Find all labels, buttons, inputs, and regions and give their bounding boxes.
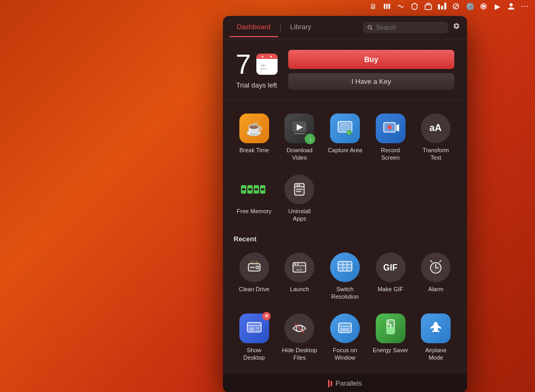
recent-airplane-mode-label: Airplane Mode bbox=[417, 346, 454, 362]
menubar-person-icon[interactable] bbox=[505, 1, 517, 12]
recent-make-gif[interactable]: GIF Make GIF bbox=[370, 248, 411, 305]
app-record-screen[interactable]: Record Screen bbox=[370, 109, 411, 166]
trial-days-number: 7 bbox=[236, 50, 251, 78]
app-free-memory[interactable]: Free Memory bbox=[234, 170, 275, 227]
search-input[interactable] bbox=[376, 24, 444, 31]
menubar-play-icon[interactable]: ▶ bbox=[491, 1, 503, 12]
svg-rect-34 bbox=[248, 188, 252, 190]
svg-rect-5 bbox=[441, 6, 443, 10]
svg-point-48 bbox=[295, 264, 296, 265]
menubar: 🖥 ⚙️ bbox=[367, 0, 535, 13]
parallels-brand: Parallels bbox=[328, 379, 362, 387]
recent-switch-resolution-label: Switch Resolution bbox=[326, 285, 364, 301]
app-uninstall-apps-label: Uninstall Apps bbox=[281, 207, 318, 223]
capture-area-icon: + bbox=[330, 114, 360, 143]
svg-point-10 bbox=[482, 5, 485, 7]
recent-energy-saver[interactable]: Energy Saver bbox=[370, 309, 411, 366]
svg-rect-36 bbox=[261, 188, 264, 190]
menubar-antivirus-icon[interactable] bbox=[409, 1, 420, 12]
calendar-icon: S M T W T F S bbox=[256, 54, 278, 75]
airplane-mode-icon bbox=[421, 313, 451, 343]
launch-icon: </> bbox=[284, 252, 314, 282]
svg-text:S: S bbox=[261, 71, 262, 72]
recent-focus-on-window[interactable]: Focus on Window bbox=[324, 309, 366, 366]
svg-marker-26 bbox=[396, 124, 399, 132]
svg-line-13 bbox=[371, 28, 373, 30]
svg-rect-65 bbox=[255, 327, 260, 329]
buy-button[interactable]: Buy bbox=[288, 50, 454, 69]
menubar-box-icon[interactable] bbox=[422, 1, 434, 12]
trial-number-row: 7 S M T W T F S bbox=[236, 50, 278, 78]
uninstall-apps-icon bbox=[284, 175, 314, 204]
recent-title: Recent bbox=[234, 235, 456, 243]
menubar-gear-icon[interactable]: ⚙️ bbox=[464, 1, 476, 12]
search-icon bbox=[367, 24, 373, 31]
tab-library[interactable]: Library bbox=[283, 18, 319, 37]
menubar-parallels-icon[interactable] bbox=[381, 1, 393, 12]
panel-footer: Parallels bbox=[223, 374, 467, 392]
app-transform-text-label: Transform Text bbox=[417, 146, 454, 162]
menubar-dots-icon[interactable]: ⋯ bbox=[519, 1, 531, 12]
svg-point-27 bbox=[387, 125, 392, 129]
svg-text:S M T: S M T bbox=[261, 64, 266, 67]
svg-point-39 bbox=[297, 184, 298, 186]
trial-section: 7 S M T W T F S Trial days left bbox=[223, 39, 467, 101]
menubar-disable-icon[interactable] bbox=[450, 1, 462, 12]
settings-button[interactable] bbox=[452, 22, 461, 33]
recent-switch-resolution[interactable]: Switch Resolution bbox=[324, 248, 366, 305]
break-time-icon: ☕ bbox=[239, 114, 269, 143]
menubar-bar-icon[interactable] bbox=[436, 1, 448, 12]
svg-rect-64 bbox=[249, 327, 254, 331]
recent-airplane-mode[interactable]: Airplane Mode bbox=[415, 309, 456, 366]
svg-point-44 bbox=[256, 266, 259, 269]
app-capture-area[interactable]: + Capture Area bbox=[324, 109, 366, 166]
app-uninstall-apps[interactable]: Uninstall Apps bbox=[279, 170, 321, 227]
app-transform-text[interactable]: aA Transform Text bbox=[415, 109, 456, 166]
svg-point-40 bbox=[299, 184, 300, 186]
clean-drive-icon bbox=[239, 252, 269, 282]
menubar-ring-icon[interactable] bbox=[478, 1, 489, 12]
record-screen-icon bbox=[376, 114, 405, 143]
recent-launch[interactable]: </> Launch bbox=[279, 248, 321, 305]
recent-show-desktop[interactable]: ✕ Show Desktop bbox=[234, 309, 275, 366]
trial-days-label: Trial days left bbox=[236, 81, 277, 89]
make-gif-icon: GIF bbox=[376, 252, 405, 282]
recent-show-desktop-label: Show Desktop bbox=[236, 346, 273, 362]
svg-line-60 bbox=[430, 260, 432, 262]
svg-point-14 bbox=[455, 25, 458, 27]
recent-clean-drive[interactable]: Clean Drive bbox=[234, 248, 275, 305]
energy-saver-icon bbox=[376, 313, 405, 343]
recent-focus-on-window-label: Focus on Window bbox=[326, 346, 364, 362]
recent-energy-saver-label: Energy Saver bbox=[373, 346, 408, 354]
key-button[interactable]: I Have a Key bbox=[288, 73, 454, 90]
recent-section: Recent Clean Drive bbox=[223, 235, 467, 374]
recent-alarm[interactable]: Alarm bbox=[415, 248, 456, 305]
svg-rect-3 bbox=[425, 5, 432, 10]
recent-clean-drive-label: Clean Drive bbox=[239, 285, 269, 293]
recent-make-gif-label: Make GIF bbox=[377, 285, 403, 293]
svg-text:+: + bbox=[348, 130, 350, 135]
transform-text-icon: aA bbox=[421, 114, 451, 143]
app-record-screen-label: Record Screen bbox=[372, 146, 409, 162]
recent-alarm-label: Alarm bbox=[428, 285, 444, 293]
svg-rect-6 bbox=[444, 3, 446, 10]
svg-rect-66 bbox=[255, 330, 260, 331]
app-download-video[interactable]: ↓ Download Video bbox=[279, 109, 321, 166]
search-area bbox=[363, 22, 448, 33]
tab-dashboard[interactable]: Dashboard bbox=[229, 18, 278, 37]
menubar-screen-icon[interactable]: 🖥 bbox=[367, 1, 379, 12]
svg-rect-4 bbox=[438, 4, 440, 10]
app-download-video-label: Download Video bbox=[281, 146, 318, 162]
tabs: Dashboard Library bbox=[229, 18, 359, 37]
app-break-time[interactable]: ☕ Break Time bbox=[234, 109, 275, 166]
tab-divider bbox=[280, 23, 281, 32]
free-memory-icon bbox=[239, 175, 269, 204]
hide-desktop-files-icon bbox=[284, 313, 314, 343]
parallels-brand-name: Parallels bbox=[335, 379, 362, 387]
svg-text:W T F: W T F bbox=[261, 67, 266, 70]
trial-buttons: Buy I Have a Key bbox=[288, 50, 454, 90]
svg-point-12 bbox=[368, 25, 371, 29]
menubar-script-icon[interactable] bbox=[395, 1, 407, 12]
recent-hide-desktop-files[interactable]: Hide Desktop Files bbox=[279, 309, 321, 366]
show-desktop-icon: ✕ bbox=[239, 313, 269, 343]
